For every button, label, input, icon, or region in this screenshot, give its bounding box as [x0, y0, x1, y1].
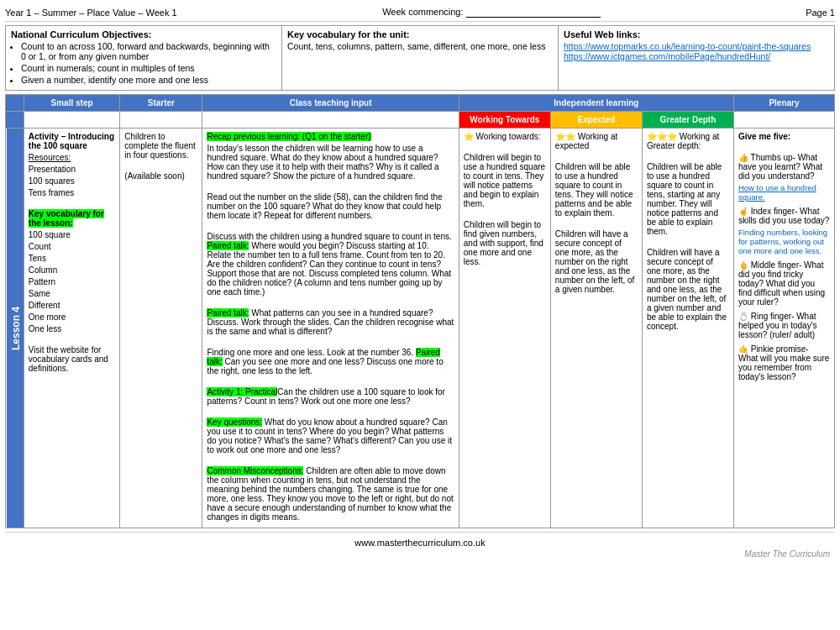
page-header: Year 1 – Summer – Place Value – Week 1 W…: [5, 3, 835, 22]
class-misconceptions: Common Misconceptions: Children are ofte…: [207, 466, 454, 522]
header-row: Small step Starter Class teaching input …: [6, 95, 835, 112]
links-title: Useful Web links:: [564, 29, 829, 39]
class-para1: In today's lesson the children will be l…: [207, 144, 454, 181]
objective-2: Count in numerals; count in multiples of…: [21, 63, 276, 73]
sub-header-row: Working Towards Expected Greater Depth: [6, 112, 835, 129]
working-towards-star: ⭐: [464, 132, 474, 141]
objective-1: Count to an across 100, forward and back…: [21, 41, 276, 61]
col-header-expected: Expected: [550, 112, 642, 129]
class-key-questions: Key questions: What do you know about a …: [207, 417, 454, 454]
web-link-2[interactable]: https://www.ictgames.com/mobilePage/hund…: [564, 51, 770, 61]
links-section: Useful Web links: https://www.topmarks.c…: [559, 26, 834, 90]
col-header-plenary: Plenary: [733, 95, 834, 112]
vocab-9: One less: [29, 324, 116, 333]
footer: www.masterthecurriculum.co.uk Master The…: [5, 532, 835, 564]
header-title: Year 1 – Summer – Place Value – Week 1: [5, 8, 177, 18]
objectives-section: National Curriculum Objectives: Count to…: [6, 26, 282, 90]
objectives-title: National Curriculum Objectives:: [11, 29, 276, 39]
small-step-cell: Activity – Introducing the 100 square Re…: [24, 129, 120, 528]
working-towards-label: Working towards:: [476, 132, 541, 141]
resources-label: Resources:: [29, 153, 71, 162]
plenary-index: ☝ Index finger- What skills did you use …: [738, 207, 830, 255]
col-header-starter: Starter: [120, 95, 202, 112]
class-activity: Activity 1: PracticalCan the children us…: [207, 387, 454, 406]
expected-text2: Children will have a secure concept of o…: [555, 229, 638, 294]
lesson-row: Lesson 4 Activity – Introducing the 100 …: [6, 129, 835, 528]
activity-title: Activity – Introducing the 100 square: [29, 132, 114, 150]
recap-label: Recap previous learning: (Q1 on the star…: [207, 132, 370, 141]
starter-avail: (Available soon): [124, 171, 197, 181]
class-para2: Read out the number on the slide (58), c…: [207, 192, 454, 220]
vocab-title: Key vocabulary for the unit:: [287, 29, 553, 39]
vocab-3: Tens: [29, 254, 116, 263]
vocab-text: Count, tens, columns, pattern, same, dif…: [287, 41, 545, 51]
resource-presentation: Presentation: [29, 165, 116, 174]
col-header-ind-learning: Independent learning: [459, 95, 733, 112]
plenary-intro: Give me five:: [738, 132, 790, 141]
plenary-ring: 💍 Ring finger- What helped you in today'…: [738, 312, 830, 339]
resource-tens-frames: Tens frames: [29, 188, 116, 197]
plenary-cell: Give me five: 👍 Thumbs up- What have you…: [733, 129, 834, 528]
vocab-5: Pattern: [29, 277, 116, 286]
col-header-working-towards: Working Towards: [459, 112, 550, 129]
vocab-section: Key vocabulary for the unit: Count, tens…: [282, 26, 559, 90]
expected-cell: ⭐⭐ Working at expected Children will be …: [550, 129, 642, 528]
plenary-thumbs: 👍 Thumbs up- What have you learnt? What …: [738, 153, 830, 202]
web-link-1[interactable]: https://www.topmarks.co.uk/learning-to-c…: [564, 41, 811, 51]
plenary-pinkie: 🤙 Pinkie promise- What will you make sur…: [738, 344, 830, 381]
class-teaching-cell: Recap previous learning: (Q1 on the star…: [202, 129, 459, 528]
footer-website: www.masterthecurriculum.co.uk: [354, 538, 485, 548]
lesson-label: Lesson 4: [6, 129, 24, 528]
header-week: Week commencing:: [382, 7, 600, 18]
class-para5: Finding one more and one less. Look at t…: [207, 348, 454, 375]
header-page: Page 1: [806, 8, 835, 18]
plenary-index-link: Finding numbers, looking for patterns, w…: [738, 228, 827, 255]
col-header-class: Class teaching input: [202, 95, 459, 112]
key-vocab-label: Key vocabulary for the lesson:: [29, 209, 104, 228]
class-para3: Discuss with the children using a hundre…: [207, 232, 454, 297]
plenary-thumb-link[interactable]: How to use a hundred square.: [738, 183, 816, 202]
greater-depth-text: Children will be able to use a hundred s…: [647, 162, 729, 236]
col-header-greater-depth: Greater Depth: [642, 112, 733, 129]
working-towards-text: Children will begin to use a hundred squ…: [464, 153, 546, 208]
greater-depth-cell: ⭐⭐⭐ Working at Greater depth: Children w…: [642, 129, 733, 528]
class-para4: Paired talk: What patterns can you see i…: [207, 308, 454, 336]
starter-cell: Children to complete the fluent in four …: [120, 129, 202, 528]
greater-stars: ⭐⭐⭐: [647, 132, 677, 141]
expected-text: Children will be able to use a hundred s…: [555, 162, 638, 218]
plenary-middle: 🖕 Middle finger- What did you find trick…: [738, 260, 830, 307]
working-towards-text2: Children will begin to find given number…: [464, 220, 546, 266]
objectives-list: Count to an across 100, forward and back…: [11, 41, 276, 85]
top-info-box: National Curriculum Objectives: Count to…: [5, 25, 835, 91]
working-towards-cell: ⭐ Working towards: Children will begin t…: [459, 129, 550, 528]
vocab-4: Column: [29, 265, 116, 275]
vocab-7: Different: [29, 301, 116, 310]
starter-text: Children to complete the fluent in four …: [124, 132, 197, 160]
greater-depth-text2: Children will have a secure concept of o…: [647, 248, 729, 331]
objective-3: Given a number, identify one more and on…: [21, 75, 276, 85]
visit-text: Visit the website for vocabulary cards a…: [29, 345, 116, 373]
col-header-small-step: Small step: [24, 95, 120, 112]
resource-100squares: 100 squares: [29, 176, 116, 186]
footer-logo: Master The Curriculum: [10, 549, 830, 559]
vocab-1: 100 square: [29, 230, 116, 239]
vocab-6: Same: [29, 289, 116, 298]
vocab-8: One more: [29, 312, 116, 322]
vocab-2: Count: [29, 242, 116, 251]
expected-stars: ⭐⭐: [555, 132, 575, 141]
main-table: Small step Starter Class teaching input …: [5, 94, 835, 528]
